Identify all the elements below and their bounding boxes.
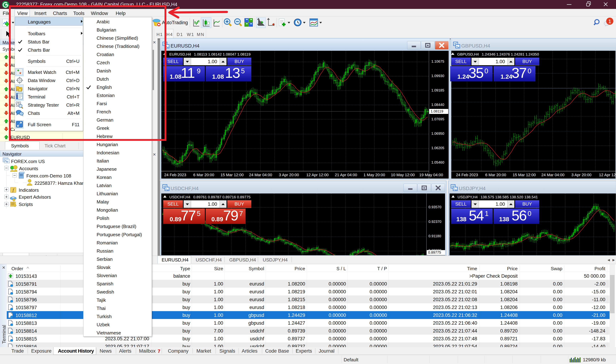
svg-text:1: 1 bbox=[608, 18, 611, 24]
